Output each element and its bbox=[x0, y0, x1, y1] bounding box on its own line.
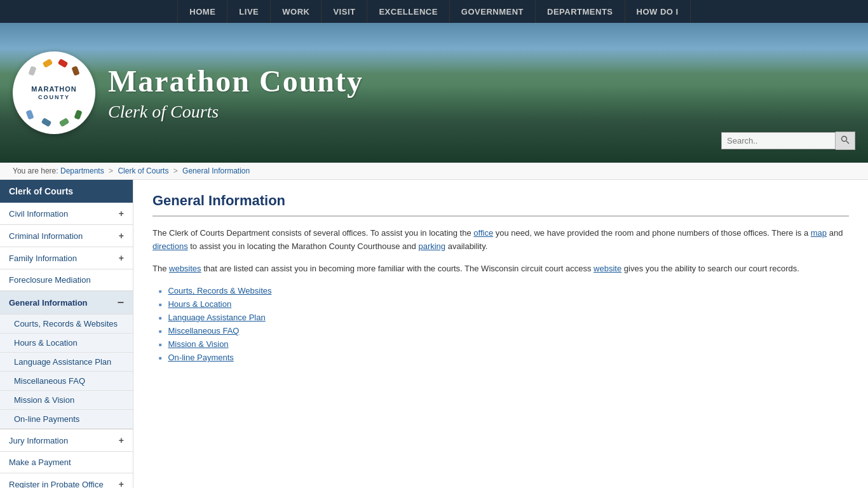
search-input[interactable] bbox=[721, 132, 836, 149]
nav-item-excellence[interactable]: EXCELLENCE bbox=[367, 0, 449, 23]
sidebar-link-probate[interactable]: Register in Probate Office + bbox=[0, 473, 133, 488]
nav-item-work[interactable]: WORK bbox=[271, 0, 322, 23]
breadcrumb-clerk-of-courts[interactable]: Clerk of Courts bbox=[118, 166, 168, 175]
logo-dot bbox=[41, 118, 52, 127]
list-item: Courts, Records & Websites bbox=[159, 284, 849, 297]
breadcrumb-sep2: > bbox=[173, 166, 178, 175]
site-subtitle: Clerk of Courts bbox=[108, 102, 363, 122]
nav-item-live[interactable]: LIVE bbox=[227, 0, 271, 23]
list-link-mission-vision[interactable]: Mission & Vision bbox=[168, 339, 228, 349]
content-paragraph-2: The websites that are listed can assist … bbox=[153, 262, 849, 276]
breadcrumb-general-info[interactable]: General Information bbox=[182, 166, 250, 175]
header-titles: Marathon County Clerk of Courts bbox=[108, 64, 363, 122]
site-logo: MARATHON COUNTY bbox=[13, 51, 95, 134]
site-header: MARATHON COUNTY Marathon County Clerk of… bbox=[0, 23, 868, 163]
sidebar-sub-online-payments[interactable]: On-line Payments bbox=[0, 410, 133, 429]
search-icon bbox=[841, 135, 850, 144]
breadcrumb-sep1: > bbox=[109, 166, 113, 175]
nav-item-home[interactable]: HOME bbox=[177, 0, 227, 23]
sidebar-sub-hours-location[interactable]: Hours & Location bbox=[0, 334, 133, 353]
breadcrumb: You are here: Departments > Clerk of Cou… bbox=[0, 163, 868, 180]
list-link-misc-faq[interactable]: Miscellaneous FAQ bbox=[168, 326, 239, 336]
sidebar-item-jury: Jury Information + bbox=[0, 430, 133, 452]
list-link-courts-records[interactable]: Courts, Records & Websites bbox=[168, 286, 271, 295]
svg-line-1 bbox=[846, 141, 849, 144]
criminal-expand-icon: + bbox=[119, 231, 124, 241]
nav-item-how-do-i[interactable]: HOW DO I bbox=[625, 0, 691, 23]
list-item: Mission & Vision bbox=[159, 337, 849, 351]
sidebar-label-civil: Civil Information bbox=[9, 209, 68, 219]
logo-dot bbox=[28, 65, 36, 76]
link-map[interactable]: map bbox=[811, 228, 827, 238]
search-button[interactable] bbox=[836, 132, 855, 150]
sidebar-item-civil: Civil Information + bbox=[0, 203, 133, 225]
breadcrumb-label: You are here: bbox=[13, 166, 58, 175]
svg-point-0 bbox=[842, 137, 847, 142]
sidebar-label-general: General Information bbox=[9, 298, 88, 308]
sidebar-label-criminal: Criminal Information bbox=[9, 231, 83, 241]
link-directions[interactable]: directions bbox=[153, 241, 188, 251]
site-title: Marathon County bbox=[108, 64, 363, 98]
top-navigation: HOMELIVEWORKVISITEXCELLENCEGOVERNMENTDEP… bbox=[0, 0, 868, 23]
page-title: General Information bbox=[153, 193, 849, 217]
sidebar-sub-general: Courts, Records & Websites Hours & Locat… bbox=[0, 314, 133, 429]
sidebar-link-foreclosure[interactable]: Foreclosure Mediation bbox=[0, 269, 133, 290]
sidebar-link-general[interactable]: General Information − bbox=[0, 291, 133, 314]
sidebar-item-payment: Make a Payment bbox=[0, 452, 133, 473]
sidebar-label-payment: Make a Payment bbox=[9, 458, 71, 467]
list-item: Hours & Location bbox=[159, 297, 849, 311]
sidebar: Clerk of Courts Civil Information + Crim… bbox=[0, 180, 133, 488]
list-link-online-payments[interactable]: On-line Payments bbox=[168, 353, 233, 362]
sidebar-sub-language-plan[interactable]: Language Assistance Plan bbox=[0, 353, 133, 372]
logo-text: MARATHON COUNTY bbox=[31, 85, 76, 100]
sidebar-item-probate: Register in Probate Office + bbox=[0, 473, 133, 488]
link-parking[interactable]: parking bbox=[418, 241, 445, 251]
sidebar-link-criminal[interactable]: Criminal Information + bbox=[0, 225, 133, 247]
civil-expand-icon: + bbox=[119, 208, 124, 219]
logo-dot bbox=[43, 58, 53, 68]
sidebar-item-family: Family Information + bbox=[0, 247, 133, 269]
sidebar-sub-courts-records[interactable]: Courts, Records & Websites bbox=[0, 315, 133, 334]
content-paragraph-1: The Clerk of Courts Department consists … bbox=[153, 227, 849, 254]
sidebar-label-probate: Register in Probate Office bbox=[9, 480, 104, 489]
logo-dot bbox=[74, 109, 82, 119]
sidebar-item-criminal: Criminal Information + bbox=[0, 225, 133, 247]
list-item: Language Assistance Plan bbox=[159, 311, 849, 324]
content-list: Courts, Records & Websites Hours & Locat… bbox=[153, 284, 849, 364]
sidebar-sub-misc-faq[interactable]: Miscellaneous FAQ bbox=[0, 372, 133, 391]
main-layout: Clerk of Courts Civil Information + Crim… bbox=[0, 180, 868, 488]
list-link-language-plan[interactable]: Language Assistance Plan bbox=[168, 313, 265, 322]
sidebar-label-family: Family Information bbox=[9, 254, 77, 263]
general-expand-icon: − bbox=[117, 297, 124, 308]
sidebar-item-general: General Information − Courts, Records & … bbox=[0, 291, 133, 430]
nav-item-departments[interactable]: DEPARTMENTS bbox=[536, 0, 625, 23]
logo-marathon-text: MARATHON bbox=[31, 85, 76, 93]
breadcrumb-departments[interactable]: Departments bbox=[60, 166, 104, 175]
family-expand-icon: + bbox=[119, 253, 124, 263]
sidebar-label-jury: Jury Information bbox=[9, 436, 68, 445]
link-websites[interactable]: websites bbox=[169, 264, 201, 273]
sidebar-link-jury[interactable]: Jury Information + bbox=[0, 430, 133, 451]
sidebar-sub-mission-vision[interactable]: Mission & Vision bbox=[0, 391, 133, 410]
sidebar-link-civil[interactable]: Civil Information + bbox=[0, 203, 133, 224]
sidebar-link-payment[interactable]: Make a Payment bbox=[0, 452, 133, 473]
nav-item-visit[interactable]: VISIT bbox=[322, 0, 367, 23]
jury-expand-icon: + bbox=[119, 435, 124, 445]
nav-item-government[interactable]: GOVERNMENT bbox=[450, 0, 536, 23]
sidebar-link-family[interactable]: Family Information + bbox=[0, 247, 133, 269]
logo-dot bbox=[25, 109, 34, 119]
logo-county-text: COUNTY bbox=[31, 94, 76, 100]
list-link-hours-location[interactable]: Hours & Location bbox=[168, 299, 231, 309]
logo-dot bbox=[71, 65, 79, 76]
sidebar-item-foreclosure: Foreclosure Mediation bbox=[0, 269, 133, 291]
list-item: On-line Payments bbox=[159, 351, 849, 364]
sidebar-title: Clerk of Courts bbox=[0, 180, 133, 203]
logo-dot bbox=[59, 118, 70, 127]
link-office[interactable]: office bbox=[473, 228, 493, 238]
main-content: General Information The Clerk of Courts … bbox=[133, 180, 868, 488]
link-website[interactable]: website bbox=[593, 264, 621, 273]
list-item: Miscellaneous FAQ bbox=[159, 324, 849, 337]
logo-dot bbox=[58, 58, 69, 68]
probate-expand-icon: + bbox=[119, 479, 124, 488]
sidebar-label-foreclosure: Foreclosure Mediation bbox=[9, 275, 91, 285]
